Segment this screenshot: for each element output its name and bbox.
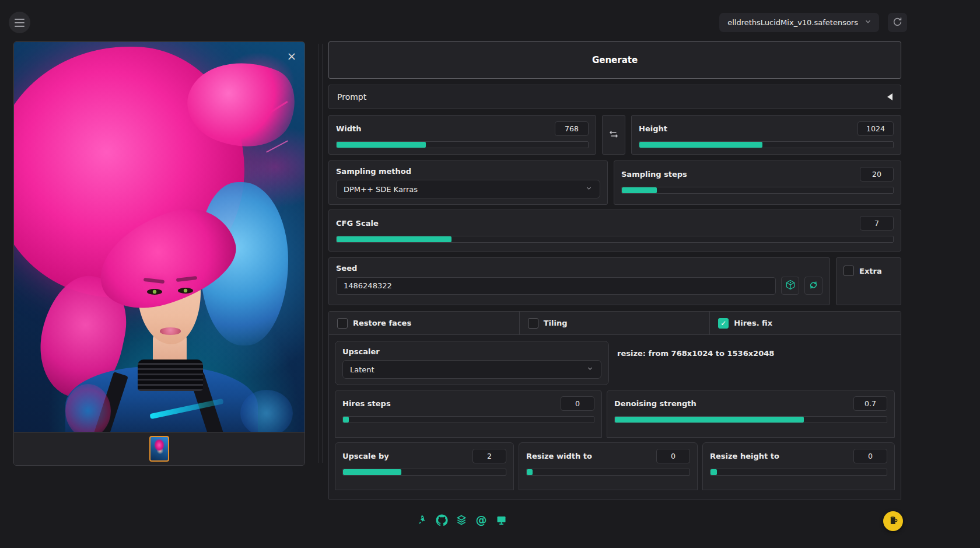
image-viewer-panel: × xyxy=(13,41,305,466)
recycle-icon xyxy=(808,280,819,292)
sampling-method-value: DPM++ SDE Karras xyxy=(344,185,418,194)
upscale-by-label: Upscale by xyxy=(342,452,389,460)
tiling-cell: Tiling xyxy=(520,312,710,334)
upscaler-dropdown[interactable]: Latent xyxy=(342,360,601,379)
layers-icon[interactable] xyxy=(455,514,468,526)
hires-fix-block: Restore faces Tiling ✓ Hires. fix xyxy=(328,311,901,500)
generated-image: × xyxy=(14,42,304,432)
github-icon[interactable] xyxy=(435,514,448,526)
generation-controls: Generate Prompt Width Height xyxy=(328,41,901,500)
random-seed-button[interactable] xyxy=(781,277,799,295)
model-selector[interactable]: elldrethsLucidMix_v10.safetensors xyxy=(719,13,879,32)
width-slider[interactable] xyxy=(336,141,589,148)
menu-button[interactable] xyxy=(9,12,30,33)
sampling-method-label: Sampling method xyxy=(336,167,411,176)
restore-faces-label: Restore faces xyxy=(353,319,411,327)
resize-height-input[interactable] xyxy=(853,449,887,463)
swap-icon xyxy=(608,129,619,141)
upscaler-value: Latent xyxy=(350,365,374,374)
tiling-checkbox-row[interactable]: Tiling xyxy=(528,318,568,329)
resize-height-panel: Resize height to xyxy=(702,442,895,490)
resize-prefix: resize: from xyxy=(617,349,668,358)
chevron-down-icon xyxy=(864,18,872,27)
reuse-seed-button[interactable] xyxy=(804,277,822,295)
seed-input[interactable] xyxy=(336,277,776,295)
chevron-down-icon xyxy=(586,365,594,374)
hires-fix-checkbox[interactable]: ✓ xyxy=(718,318,729,329)
upscaler-label: Upscaler xyxy=(342,347,380,356)
height-label: Height xyxy=(639,124,667,133)
hamburger-icon xyxy=(15,19,24,27)
prompt-label: Prompt xyxy=(337,92,366,102)
seed-panel: Seed xyxy=(328,257,830,305)
checkbox-row: Restore faces Tiling ✓ Hires. fix xyxy=(329,312,901,335)
denoising-strength-input[interactable] xyxy=(853,396,887,411)
width-input[interactable] xyxy=(555,121,589,136)
cfg-scale-panel: CFG Scale xyxy=(328,210,901,252)
close-icon[interactable]: × xyxy=(285,49,299,63)
resize-info: resize: from 768x1024 to 1536x2048 xyxy=(617,341,895,385)
cfg-scale-input[interactable] xyxy=(860,216,894,231)
resize-width-input[interactable] xyxy=(656,449,690,463)
resize-width-panel: Resize width to xyxy=(519,442,698,490)
scrollbar[interactable] xyxy=(318,44,323,463)
resize-to-word: to xyxy=(716,349,724,358)
rocket-icon[interactable] xyxy=(415,514,428,526)
hires-steps-input[interactable] xyxy=(561,396,594,411)
cfg-scale-slider[interactable] xyxy=(336,236,894,243)
hires-fix-checkbox-row[interactable]: ✓ Hires. fix xyxy=(718,318,772,329)
topbar-right: elldrethsLucidMix_v10.safetensors xyxy=(719,13,907,32)
swap-dimensions-button[interactable] xyxy=(602,115,625,155)
hires-fix-cell: ✓ Hires. fix xyxy=(710,312,901,334)
width-panel: Width xyxy=(328,115,596,155)
hires-fix-label: Hires. fix xyxy=(734,319,772,327)
restore-faces-checkbox-row[interactable]: Restore faces xyxy=(337,318,411,329)
donate-button[interactable] xyxy=(883,511,903,531)
sampling-row: Sampling method DPM++ SDE Karras Samplin… xyxy=(328,160,901,204)
at-circle-icon[interactable]: @ xyxy=(475,514,488,526)
upscale-by-panel: Upscale by xyxy=(335,442,514,490)
generate-button[interactable]: Generate xyxy=(328,41,901,79)
sampling-steps-input[interactable] xyxy=(860,167,894,181)
refresh-icon xyxy=(892,16,903,29)
sampling-method-dropdown[interactable]: DPM++ SDE Karras xyxy=(336,180,600,198)
resize-height-label: Resize height to xyxy=(710,452,779,460)
seed-label: Seed xyxy=(336,264,357,273)
restore-faces-checkbox[interactable] xyxy=(337,318,348,329)
prompt-accordion[interactable]: Prompt xyxy=(328,85,901,109)
upscale-by-input[interactable] xyxy=(473,449,506,463)
upscale-by-slider[interactable] xyxy=(342,469,506,476)
sampling-method-panel: Sampling method DPM++ SDE Karras xyxy=(328,160,608,205)
sampling-steps-panel: Sampling steps xyxy=(614,160,901,205)
restore-faces-cell: Restore faces xyxy=(329,312,520,334)
hires-steps-panel: Hires steps xyxy=(335,390,602,438)
thumbnail-gallery xyxy=(14,432,304,465)
resize-width-slider[interactable] xyxy=(526,469,690,476)
refresh-model-button[interactable] xyxy=(888,13,907,32)
monitor-icon[interactable] xyxy=(495,514,508,526)
collapse-arrow-icon xyxy=(887,93,892,100)
extra-checkbox-row[interactable]: Extra xyxy=(844,266,894,276)
sampling-steps-slider[interactable] xyxy=(621,187,894,194)
hires-steps-label: Hires steps xyxy=(342,399,391,408)
tiling-label: Tiling xyxy=(544,319,568,327)
denoising-strength-slider[interactable] xyxy=(614,416,887,423)
height-slider[interactable] xyxy=(639,141,894,148)
chevron-down-icon xyxy=(585,184,593,194)
hires-steps-slider[interactable] xyxy=(342,416,594,423)
width-label: Width xyxy=(336,124,362,133)
beer-mug-icon xyxy=(888,515,898,528)
resize-height-slider[interactable] xyxy=(710,469,887,476)
upscaler-panel: Upscaler Latent xyxy=(335,341,609,385)
cfg-scale-label: CFG Scale xyxy=(336,219,379,228)
tiling-checkbox[interactable] xyxy=(528,318,538,329)
gallery-thumbnail-selected[interactable] xyxy=(149,436,169,462)
extra-checkbox[interactable] xyxy=(844,266,854,276)
dice-icon xyxy=(785,279,796,292)
resize-to-value: 1536x2048 xyxy=(727,349,775,358)
sampling-steps-label: Sampling steps xyxy=(621,170,687,179)
hires-fix-content: Upscaler Latent resize: from 768x1024 to… xyxy=(329,335,901,500)
height-input[interactable] xyxy=(858,121,894,136)
denoising-strength-label: Denoising strength xyxy=(614,399,696,408)
extra-label: Extra xyxy=(859,267,882,275)
